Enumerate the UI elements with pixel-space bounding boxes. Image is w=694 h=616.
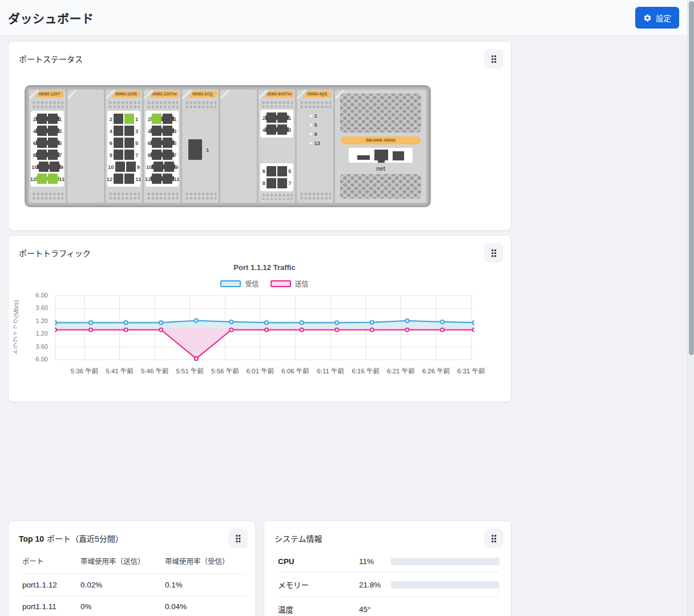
port-6[interactable] (114, 138, 123, 148)
memory-label: メモリー (278, 579, 359, 590)
module-name-label: XEM2-12XTm (150, 91, 179, 98)
port-12[interactable] (152, 174, 162, 184)
port-4[interactable] (152, 126, 162, 136)
port-8[interactable] (152, 150, 162, 160)
port-6[interactable] (267, 166, 276, 176)
x-tick-label: 5:46 午前 (135, 366, 174, 375)
port-5[interactable] (124, 138, 134, 148)
port-number: 1 (206, 147, 212, 153)
port-8[interactable] (267, 178, 276, 188)
vent-holes (184, 100, 216, 108)
table-row[interactable]: port1.1.11 0% 0.04% (22, 596, 245, 616)
port-10[interactable] (39, 162, 49, 172)
port-row: 109 (147, 161, 177, 172)
x-tick-label: 6:06 午前 (276, 366, 315, 375)
vent-holes (108, 100, 140, 108)
port-1[interactable] (188, 139, 202, 160)
fan-grille-bottom (340, 174, 421, 199)
module-XEM2-12XS: XEM2-12XS214365871091211 (106, 90, 142, 203)
port-2[interactable] (267, 112, 276, 123)
sd-slot[interactable] (357, 155, 370, 160)
port-8[interactable] (37, 150, 47, 160)
tx-legend-label: 送信 (295, 279, 309, 288)
port-3[interactable] (277, 124, 287, 135)
port-number: 9 (314, 131, 321, 137)
port-1[interactable] (163, 114, 172, 124)
port-5[interactable] (48, 138, 58, 148)
port-5[interactable] (277, 166, 287, 176)
port-6[interactable] (37, 138, 47, 148)
port-1[interactable] (48, 114, 58, 124)
cell-port: port1.1.12 (22, 581, 80, 589)
drag-handle-icon[interactable] (228, 529, 248, 548)
drag-handle-icon[interactable] (484, 243, 503, 263)
x-tick-label: 6:01 午前 (241, 366, 280, 375)
port-number: 11 (174, 176, 179, 182)
chassis-model-label: SBx908 GEN2 (341, 136, 421, 144)
console-port[interactable] (374, 150, 388, 160)
vent-holes (261, 192, 293, 200)
scrollbar-track[interactable] (687, 0, 694, 616)
port-7[interactable] (48, 150, 58, 160)
x-tick-label: 6:11 午前 (311, 366, 350, 375)
col-tx: 帯域使用率（送信） (80, 555, 165, 566)
port-row: 87 (108, 149, 139, 160)
port-1[interactable] (124, 114, 134, 124)
port-4[interactable] (114, 126, 123, 136)
port-3[interactable] (163, 126, 172, 136)
port-3[interactable] (124, 126, 134, 136)
port-11[interactable] (124, 174, 134, 184)
settings-button[interactable]: 設定 (635, 7, 679, 29)
x-tick-label: 5:41 午前 (100, 366, 139, 375)
port-3[interactable] (48, 126, 58, 136)
port-row: 1211 (147, 173, 177, 184)
port-8[interactable] (114, 150, 123, 160)
port-6[interactable] (152, 138, 162, 148)
port-7[interactable] (277, 178, 287, 188)
port-2[interactable] (152, 114, 162, 124)
port-row: 87 (32, 149, 63, 160)
port-1[interactable] (277, 112, 287, 123)
drag-handle-icon[interactable] (484, 529, 503, 548)
port-11[interactable] (48, 174, 58, 184)
port-10[interactable] (115, 162, 125, 172)
legend-item-rx[interactable]: 受信 (220, 279, 259, 288)
vent-holes (146, 100, 178, 108)
module-XEM2-12XTm: XEM2-12XTm214365871091211 (144, 90, 180, 203)
drag-handle-icon[interactable] (484, 49, 503, 69)
port-9[interactable] (126, 162, 136, 172)
port-9[interactable] (50, 162, 59, 172)
y-tick-label: 3.60 (36, 304, 48, 311)
port-9[interactable] (164, 162, 174, 172)
card-title: ポートトラフィック (19, 249, 91, 258)
vent-holes (184, 191, 216, 200)
chart-title: Port 1.1.12 Traffic (55, 263, 474, 272)
top-ports-table: ポート 帯域使用率（送信） 帯域使用率（受信） port1.1.12 0.02%… (22, 551, 245, 616)
cpu-label: CPU (278, 557, 359, 566)
table-row[interactable]: port1.1.12 0.02% 0.1% (22, 574, 245, 596)
port-row: 65 (147, 137, 177, 148)
port-row: 43 (32, 125, 63, 136)
port-4[interactable] (37, 126, 47, 136)
port-4[interactable] (267, 124, 276, 135)
port-12[interactable] (114, 174, 123, 184)
port-7[interactable] (124, 150, 134, 160)
y-axis-labels: 6.003.601.201.203.606.00 (27, 294, 51, 361)
port-row: 1211 (108, 173, 139, 184)
port-11[interactable] (163, 174, 172, 184)
x-tick-label: 6:16 午前 (346, 366, 385, 375)
port-7[interactable] (163, 150, 172, 160)
y-tick-label: 1.20 (36, 330, 48, 337)
management-section: SBx908 GEN2 net (335, 90, 426, 203)
net-port[interactable] (393, 151, 404, 160)
legend-item-tx[interactable]: 送信 (271, 279, 309, 288)
port-2[interactable] (37, 114, 47, 124)
port-5[interactable] (163, 138, 172, 148)
port-10[interactable] (154, 162, 163, 172)
port-number: 6 (108, 140, 112, 146)
scrollbar-thumb[interactable] (689, 1, 694, 355)
port-2[interactable] (114, 114, 123, 124)
port-number: 6 (261, 168, 265, 174)
x-axis-labels: 5:36 午前5:41 午前5:46 午前5:51 午前5:56 午前6:01 … (55, 366, 474, 376)
port-12[interactable] (37, 174, 47, 184)
